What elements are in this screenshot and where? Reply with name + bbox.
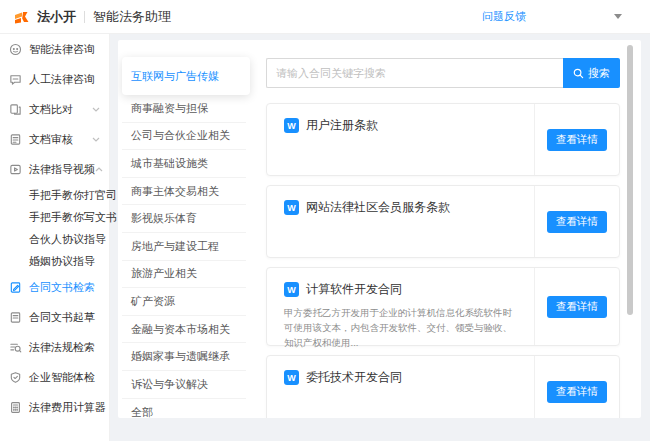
sidebar-subitem-writing-tutorial[interactable]: 手把手教你写文书	[0, 206, 109, 228]
main-panel: 互联网与广告传媒 商事融资与担保 公司与合伙企业相关 城市基础设施类 商事主体交…	[118, 40, 641, 418]
sidebar-item-contract-draft[interactable]: 合同文书起草	[0, 302, 109, 332]
sidebar-subitem-lawsuit-tutorial[interactable]: 手把手教你打官司	[0, 184, 109, 206]
robot-icon	[9, 43, 22, 56]
result-title: 用户注册条款	[306, 117, 378, 134]
sidebar-subitem-marriage-agreement-guide[interactable]: 婚姻协议指导	[0, 250, 109, 272]
search-button-label: 搜索	[588, 66, 610, 81]
result-card: W 网站法律社区会员服务条款 查看详情	[266, 185, 620, 258]
sidebar-item-legal-guide-video[interactable]: 法律指导视频	[0, 154, 109, 184]
contract-draft-icon	[9, 311, 22, 324]
result-card-action-area: 查看详情	[534, 186, 619, 257]
result-description: 甲方委托乙方开发用于企业的计算机信息化系统软件时可使用该文本，内包含开发软件、交…	[284, 305, 519, 350]
word-doc-icon: W	[284, 118, 299, 133]
category-item[interactable]: 城市基础设施类	[122, 150, 246, 178]
word-doc-icon: W	[284, 282, 299, 297]
vertical-scrollbar[interactable]	[627, 45, 633, 315]
result-card: W 用户注册条款 查看详情	[266, 103, 620, 176]
sidebar-subitem-partner-agreement-guide[interactable]: 合伙人协议指导	[0, 228, 109, 250]
app-header: 法小开 智能法务助理 问题反馈	[0, 0, 650, 34]
sidebar-item-doc-compare[interactable]: 文档比对	[0, 94, 109, 124]
sidebar-item-smart-legal-consult[interactable]: 智能法律咨询	[0, 34, 109, 64]
chat-icon	[9, 73, 22, 86]
category-item[interactable]: 金融与资本市场相关	[122, 316, 246, 344]
result-card-action-area: 查看详情	[534, 104, 619, 175]
sidebar-item-label: 法律法规检索	[29, 340, 95, 355]
view-detail-button[interactable]: 查看详情	[547, 129, 607, 151]
sidebar-item-label: 企业智能体检	[29, 370, 95, 385]
result-card: W 委托技术开发合同 查看详情	[266, 355, 620, 418]
sidebar-item-doc-audit[interactable]: 文档审核	[0, 124, 109, 154]
sidebar-nav: 智能法律咨询 人工法律咨询 文档比对 文档审核 法律指导视频	[0, 34, 110, 441]
search-bar: 搜索	[266, 58, 620, 88]
category-item[interactable]: 旅游产业相关	[122, 261, 246, 289]
category-item[interactable]: 房地产与建设工程	[122, 233, 246, 261]
sidebar-item-label: 文档审核	[29, 132, 73, 147]
category-item[interactable]: 商事融资与担保	[122, 95, 246, 123]
word-doc-icon: W	[284, 370, 299, 385]
category-item-all[interactable]: 全部	[122, 399, 246, 418]
search-input[interactable]	[266, 58, 563, 88]
sidebar-item-human-legal-consult[interactable]: 人工法律咨询	[0, 64, 109, 94]
brand-name: 法小开	[37, 8, 76, 26]
chevron-down-icon	[92, 107, 100, 112]
search-icon	[573, 68, 584, 79]
page-title: 智能法务助理	[93, 8, 171, 26]
result-card: W 计算软件开发合同 甲方委托乙方开发用于企业的计算机信息化系统软件时可使用该文…	[266, 267, 620, 346]
sidebar-item-legal-fee-calculator[interactable]: 法律费用计算器	[0, 392, 109, 422]
sidebar-item-label: 合同文书检索	[29, 280, 95, 295]
calculator-icon	[9, 401, 22, 414]
sidebar-item-label: 文档比对	[29, 102, 73, 117]
contract-search-icon	[9, 281, 22, 294]
result-title: 委托技术开发合同	[306, 369, 402, 386]
sidebar-item-label: 智能法律咨询	[29, 42, 95, 57]
sidebar-item-law-search[interactable]: 法律法规检索	[0, 332, 109, 362]
sidebar-item-label: 法律费用计算器	[29, 400, 106, 415]
sidebar-item-label: 合同文书起草	[29, 310, 95, 325]
doc-audit-icon	[9, 133, 22, 146]
category-item[interactable]: 婚姻家事与遗嘱继承	[122, 343, 246, 371]
view-detail-button[interactable]: 查看详情	[547, 211, 607, 233]
category-list: 互联网与广告传媒 商事融资与担保 公司与合伙企业相关 城市基础设施类 商事主体交…	[122, 40, 250, 418]
chevron-up-icon	[95, 167, 103, 172]
category-item-internet-advertising[interactable]: 互联网与广告传媒	[122, 57, 250, 95]
search-button[interactable]: 搜索	[563, 58, 620, 88]
video-icon	[9, 163, 22, 176]
sidebar-item-contract-search[interactable]: 合同文书检索	[0, 272, 109, 302]
sidebar-item-enterprise-checkup[interactable]: 企业智能体检	[0, 362, 109, 392]
category-item[interactable]: 商事主体交易相关	[122, 178, 246, 206]
view-detail-button[interactable]: 查看详情	[547, 381, 607, 403]
law-search-icon	[9, 341, 22, 354]
result-title: 计算软件开发合同	[306, 281, 402, 298]
category-item[interactable]: 公司与合伙企业相关	[122, 123, 246, 151]
result-title: 网站法律社区会员服务条款	[306, 199, 450, 216]
view-detail-button[interactable]: 查看详情	[547, 296, 607, 318]
shield-icon	[9, 371, 22, 384]
category-item[interactable]: 影视娱乐体育	[122, 205, 246, 233]
sidebar-item-label: 人工法律咨询	[29, 72, 95, 87]
feedback-link[interactable]: 问题反馈	[482, 9, 526, 24]
results-area: 搜索 W 用户注册条款 查看详情 W 网站法律社区会员服务条款 查看详情	[266, 58, 620, 418]
sidebar-item-label: 法律指导视频	[29, 162, 95, 177]
result-card-action-area: 查看详情	[534, 268, 619, 345]
doc-compare-icon	[9, 103, 22, 116]
category-item[interactable]: 矿产资源	[122, 288, 246, 316]
brand-logo-icon	[14, 10, 32, 24]
category-item[interactable]: 诉讼与争议解决	[122, 371, 246, 399]
result-card-list: W 用户注册条款 查看详情 W 网站法律社区会员服务条款 查看详情 W	[266, 103, 620, 418]
result-card-action-area: 查看详情	[534, 356, 619, 418]
header-divider	[84, 11, 85, 23]
caret-down-icon[interactable]	[614, 14, 622, 19]
chevron-down-icon	[92, 137, 100, 142]
word-doc-icon: W	[284, 200, 299, 215]
